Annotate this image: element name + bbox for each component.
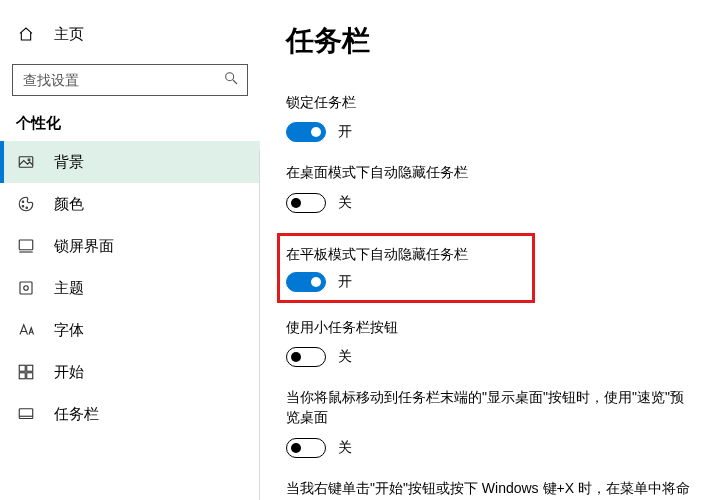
- taskbar-icon: [16, 405, 36, 423]
- sidebar-item-label: 主题: [54, 279, 84, 298]
- setting-label: 在平板模式下自动隐藏任务栏: [286, 244, 526, 264]
- sidebar-item-label: 颜色: [54, 195, 84, 214]
- search-box[interactable]: [12, 64, 248, 96]
- setting-peek-desktop: 当你将鼠标移动到任务栏末端的"显示桌面"按钮时，使用"速览"预览桌面 关: [286, 387, 693, 458]
- svg-point-5: [22, 206, 24, 208]
- toggle-lock-taskbar[interactable]: [286, 122, 326, 142]
- setting-autohide-desktop: 在桌面模式下自动隐藏任务栏 关: [286, 162, 693, 212]
- sidebar-item-colors[interactable]: 颜色: [0, 183, 260, 225]
- setting-label: 在桌面模式下自动隐藏任务栏: [286, 162, 693, 182]
- home-nav[interactable]: 主页: [0, 14, 260, 54]
- search-icon: [223, 70, 239, 90]
- toggle-state-text: 关: [338, 439, 352, 457]
- setting-lock-taskbar: 锁定任务栏 开: [286, 92, 693, 142]
- image-icon: [16, 153, 36, 171]
- setting-powershell-replace: 当我右键单击"开始"按钮或按下 Windows 键+X 时，在菜单中将命令提示符…: [286, 478, 693, 500]
- main-panel: 任务栏 锁定任务栏 开 在桌面模式下自动隐藏任务栏 关 在平板模式下自动隐藏任务…: [260, 0, 719, 500]
- setting-label: 使用小任务栏按钮: [286, 317, 693, 337]
- sidebar-item-label: 字体: [54, 321, 84, 340]
- svg-point-0: [226, 73, 234, 81]
- page-title: 任务栏: [286, 22, 693, 60]
- sidebar-item-start[interactable]: 开始: [0, 351, 260, 393]
- svg-rect-9: [20, 282, 32, 294]
- toggle-state-text: 关: [338, 194, 352, 212]
- svg-rect-13: [19, 373, 25, 379]
- svg-rect-12: [27, 365, 33, 371]
- sidebar-item-background[interactable]: 背景: [0, 141, 260, 183]
- sidebar-item-taskbar[interactable]: 任务栏: [0, 393, 260, 435]
- sidebar-item-fonts[interactable]: 字体: [0, 309, 260, 351]
- start-icon: [16, 363, 36, 381]
- svg-rect-14: [27, 373, 33, 379]
- svg-rect-15: [19, 409, 33, 419]
- setting-small-buttons: 使用小任务栏按钮 关: [286, 317, 693, 367]
- svg-point-4: [22, 201, 24, 203]
- highlight-annotation: 在平板模式下自动隐藏任务栏 开: [277, 233, 535, 303]
- toggle-state-text: 开: [338, 123, 352, 141]
- toggle-autohide-tablet[interactable]: [286, 272, 326, 292]
- sidebar-divider: [259, 150, 260, 500]
- home-label: 主页: [54, 25, 84, 44]
- palette-icon: [16, 195, 36, 213]
- search-input[interactable]: [21, 71, 223, 89]
- toggle-state-text: 开: [338, 273, 352, 291]
- sidebar-item-lockscreen[interactable]: 锁屏界面: [0, 225, 260, 267]
- svg-line-1: [233, 80, 237, 84]
- toggle-peek-desktop[interactable]: [286, 438, 326, 458]
- lockscreen-icon: [16, 237, 36, 255]
- sidebar-item-themes[interactable]: 主题: [0, 267, 260, 309]
- font-icon: [16, 321, 36, 339]
- sidebar-item-label: 锁屏界面: [54, 237, 114, 256]
- toggle-small-buttons[interactable]: [286, 347, 326, 367]
- svg-point-6: [26, 207, 28, 209]
- svg-point-3: [28, 159, 30, 161]
- theme-icon: [16, 279, 36, 297]
- svg-rect-11: [19, 365, 25, 371]
- sidebar-item-label: 背景: [54, 153, 84, 172]
- sidebar: 主页 个性化 背景: [0, 0, 260, 500]
- sidebar-section-title: 个性化: [0, 96, 260, 141]
- sidebar-item-label: 任务栏: [54, 405, 99, 424]
- sidebar-item-label: 开始: [54, 363, 84, 382]
- setting-label: 当我右键单击"开始"按钮或按下 Windows 键+X 时，在菜单中将命令提示符…: [286, 478, 693, 500]
- home-icon: [16, 26, 36, 42]
- svg-rect-7: [19, 240, 33, 250]
- setting-label: 锁定任务栏: [286, 92, 693, 112]
- toggle-state-text: 关: [338, 348, 352, 366]
- svg-point-10: [24, 286, 29, 291]
- setting-label: 当你将鼠标移动到任务栏末端的"显示桌面"按钮时，使用"速览"预览桌面: [286, 387, 693, 428]
- toggle-autohide-desktop[interactable]: [286, 193, 326, 213]
